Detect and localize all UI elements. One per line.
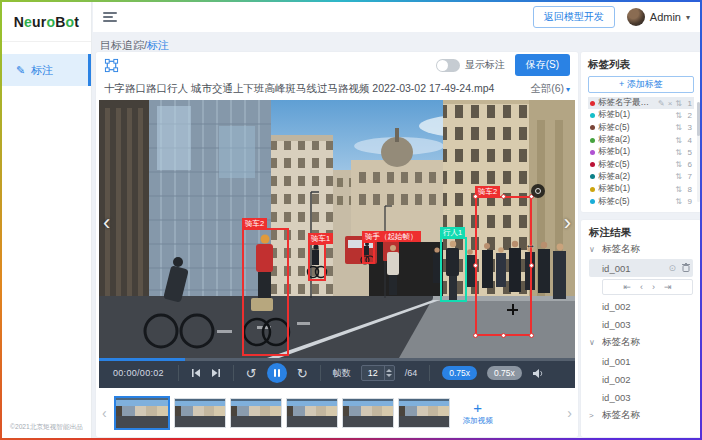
breadcrumb-parent[interactable]: 目标追踪 — [100, 39, 144, 51]
frame-stepper[interactable] — [384, 366, 394, 380]
bounding-box-tool-icon[interactable] — [104, 58, 119, 73]
annotation-box[interactable]: 行人1 — [440, 237, 467, 302]
next-page-icon[interactable]: › — [652, 282, 655, 292]
video-canvas[interactable]: 骑车2 骑车1 骑手（起始帧） 行人1 骑车2 ↔ — [99, 100, 575, 358]
tree-item[interactable]: id_002 — [589, 297, 693, 315]
first-page-icon[interactable]: ⇤ — [623, 282, 631, 292]
sort-icon[interactable]: ⇅ — [675, 148, 682, 157]
label-row[interactable]: 标签b(1) ⇅ 2 — [588, 109, 694, 121]
resize-handle[interactable] — [473, 333, 478, 338]
label-row[interactable]: 标签b(1) ⇅ 8 — [588, 183, 694, 195]
thumbnail-strip: ‹ + 添加视频 › — [99, 394, 575, 432]
video-thumbnail[interactable] — [342, 398, 394, 428]
label-row[interactable]: 标签c(5) ⇅ 3 — [588, 122, 694, 134]
prev-video-chevron[interactable]: ‹ — [103, 212, 110, 234]
forward-10-icon[interactable]: ↻ — [297, 367, 308, 380]
move-cursor-icon — [507, 304, 518, 315]
show-annotation-toggle[interactable] — [436, 59, 460, 72]
top-header: 返回模型开发 Admin ▾ — [93, 2, 700, 32]
frame-number-input[interactable] — [362, 366, 384, 380]
label-filter-dropdown[interactable]: 全部(6)▾ — [530, 82, 570, 96]
sort-icon[interactable]: ⇅ — [675, 123, 682, 132]
video-thumbnail[interactable] — [286, 398, 338, 428]
prev-page-icon[interactable]: ‹ — [640, 282, 643, 292]
thumbs-scroll-left-icon[interactable]: ‹ — [99, 405, 110, 421]
volume-icon[interactable] — [532, 368, 544, 379]
edit-icon[interactable]: ✎ — [658, 99, 665, 108]
annotation-box-selected[interactable]: 骑车2 — [475, 196, 532, 336]
sort-icon[interactable]: ⇅ — [675, 99, 682, 108]
last-page-icon[interactable]: ⇥ — [664, 282, 672, 292]
video-thumbnail[interactable] — [230, 398, 282, 428]
speed-button-active[interactable]: 0.75x — [442, 366, 477, 380]
sort-icon[interactable]: ⇅ — [675, 136, 682, 145]
next-frame-icon[interactable] — [211, 368, 221, 378]
sort-icon[interactable]: ⇅ — [675, 185, 682, 194]
logo-letter: u — [32, 14, 41, 30]
label-list-title: 标签列表 — [588, 58, 694, 72]
sort-icon[interactable]: ⇅ — [675, 197, 682, 206]
save-button[interactable]: 保存(S) — [515, 54, 570, 76]
thumbs-scroll-right-icon[interactable]: › — [564, 405, 575, 421]
delete-icon[interactable]: × — [668, 99, 673, 108]
pause-button[interactable] — [267, 363, 287, 383]
frame-pagination: ⇤ ‹ › ⇥ — [602, 279, 693, 295]
locate-icon[interactable]: ⊙ — [668, 263, 676, 273]
label-row[interactable]: 标签b(1) ⇅ 5 — [588, 146, 694, 158]
label-row[interactable]: 标签a(2) ⇅ 7 — [588, 171, 694, 183]
video-thumbnail[interactable] — [398, 398, 450, 428]
username: Admin — [650, 11, 681, 23]
tree-group-collapsed[interactable]: > 标签名称 — [589, 406, 693, 425]
speed-button[interactable]: 0.75x — [487, 366, 522, 380]
annotation-box[interactable]: 骑车1 — [308, 243, 326, 281]
tree-item-selected[interactable]: id_001 ⊙ — [589, 259, 693, 277]
sort-icon[interactable]: ⇅ — [675, 172, 682, 181]
label-list-panel: 标签列表 + 添加标签 标签名字最长数... ✎ × ⇅ 1 标签b(1) ⇅ … — [581, 52, 700, 212]
tree-item[interactable]: id_002 — [589, 370, 693, 388]
sidebar-item-annotation[interactable]: ✎ 标注 — [2, 54, 91, 86]
tree-item[interactable]: id_001 — [589, 352, 693, 370]
video-thumbnail-selected[interactable] — [114, 396, 170, 430]
breadcrumb-current: 标注 — [147, 39, 169, 51]
annotation-box[interactable]: 骑手（起始帧） — [362, 241, 375, 264]
spin-up-icon[interactable] — [386, 369, 392, 372]
scrollbar[interactable] — [697, 102, 700, 202]
label-row[interactable]: 标签c(5) ⇅ 6 — [588, 158, 694, 170]
resize-handle[interactable] — [473, 263, 478, 268]
add-label-button[interactable]: + 添加标签 — [588, 76, 694, 93]
frame-total: /64 — [405, 368, 418, 378]
next-video-chevron[interactable]: › — [564, 212, 571, 234]
label-row[interactable]: 标签名字最长数... ✎ × ⇅ 1 — [588, 97, 694, 109]
resize-handle[interactable] — [501, 333, 506, 338]
tree-group[interactable]: ∨ 标签名称 — [589, 333, 693, 352]
annotation-box[interactable]: 骑车2 — [242, 228, 289, 356]
menu-collapse-icon[interactable] — [103, 12, 117, 22]
annotation-workspace-card: 显示标注 保存(S) 十字路口路口行人 城市交通上下班高峰斑马线过马路视频 20… — [96, 52, 578, 437]
video-thumbnail[interactable] — [174, 398, 226, 428]
trash-icon[interactable] — [682, 263, 690, 274]
prev-frame-icon[interactable] — [191, 368, 201, 378]
spin-down-icon[interactable] — [386, 374, 392, 377]
logo-letter: N — [14, 14, 24, 30]
label-row[interactable]: 标签a(2) ⇅ 4 — [588, 134, 694, 146]
video-progress-bar[interactable] — [99, 358, 575, 361]
user-menu[interactable]: Admin ▾ — [627, 8, 690, 26]
sort-icon[interactable]: ⇅ — [675, 111, 682, 120]
resize-handle[interactable] — [501, 194, 506, 199]
pencil-icon: ✎ — [16, 64, 25, 77]
tree-item[interactable]: id_003 — [589, 315, 693, 333]
annotation-toolbar: 显示标注 保存(S) — [96, 52, 578, 78]
tree-item[interactable]: id_003 — [589, 388, 693, 406]
tree-group[interactable]: ∨ 标签名称 — [589, 240, 693, 259]
resize-handle[interactable] — [529, 263, 534, 268]
sort-icon[interactable]: ⇅ — [675, 160, 682, 169]
resize-handle[interactable] — [473, 194, 478, 199]
add-video-button[interactable]: + 添加视频 — [454, 396, 502, 430]
label-row[interactable]: 标签c(5) ⇅ 9 — [588, 195, 694, 207]
video-controls-bar: 00:00/00:02 ↺ ↻ 帧 — [99, 358, 575, 388]
rewind-10-icon[interactable]: ↺ — [246, 367, 257, 380]
back-to-model-dev-button[interactable]: 返回模型开发 — [533, 6, 615, 28]
annotation-box-label: 骑车1 — [308, 233, 333, 244]
resize-handle[interactable] — [529, 333, 534, 338]
frame-count-label: 帧数 — [333, 367, 351, 380]
